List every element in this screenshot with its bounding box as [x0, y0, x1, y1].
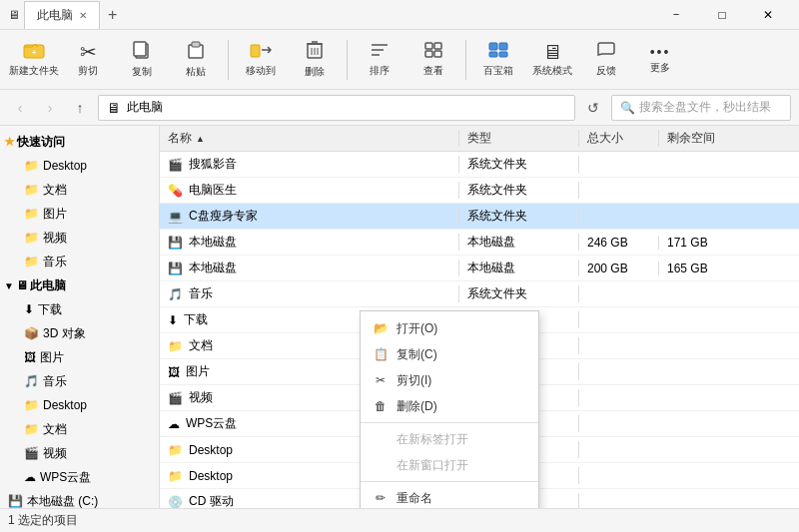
up-btn[interactable]: ↑: [68, 96, 92, 120]
sort-btn[interactable]: 排序: [354, 33, 405, 87]
file-icon: 🎬: [168, 391, 183, 405]
sidebar-item-label: Desktop: [43, 398, 87, 412]
status-text: 1 选定的项目: [8, 512, 78, 529]
system-mode-btn[interactable]: 🖥 系统模式: [526, 33, 578, 87]
sidebar-item-pictures2[interactable]: 🖼 图片: [16, 345, 159, 369]
cut-btn[interactable]: ✂ 剪切: [62, 33, 114, 87]
context-menu-delete[interactable]: 🗑 删除(D): [361, 393, 538, 419]
sidebar-item-music[interactable]: 📁 音乐: [16, 250, 159, 273]
col-name-header: 名称 ▲: [160, 130, 459, 147]
close-btn[interactable]: ✕: [745, 0, 791, 30]
refresh-btn[interactable]: ↺: [581, 96, 605, 120]
context-menu-copy[interactable]: 📋 复制(C): [361, 341, 538, 367]
table-row[interactable]: 💾本地磁盘 本地磁盘 200 GB 165 GB: [160, 256, 799, 281]
svg-text:+: +: [32, 48, 37, 57]
view-label: 查看: [423, 64, 443, 78]
sidebar-item-desktop2[interactable]: 📁 Desktop: [16, 393, 159, 417]
context-menu-open-new-tab[interactable]: 在新标签打开: [361, 426, 538, 452]
table-row[interactable]: 🎵音乐 系统文件夹: [160, 281, 799, 307]
delete-btn[interactable]: 删除: [289, 33, 341, 87]
delete-menu-icon: 🗑: [373, 399, 389, 413]
copy-btn[interactable]: 复制: [116, 33, 168, 87]
feedback-btn[interactable]: 反馈: [580, 33, 632, 87]
more-btn[interactable]: ••• 更多: [634, 33, 686, 87]
sidebar-item-wps[interactable]: ☁ WPS云盘: [16, 465, 159, 489]
tab-close[interactable]: ✕: [79, 10, 87, 21]
folder-icon: 📁: [24, 422, 39, 436]
folder-icon: 🎵: [24, 374, 39, 388]
sidebar-item-desktop[interactable]: 📁 Desktop: [16, 154, 159, 178]
cut-label: 剪切: [78, 64, 98, 78]
sidebar-item-3d-objects[interactable]: 📦 3D 对象: [16, 321, 159, 345]
minimize-btn[interactable]: －: [653, 0, 699, 30]
address-text: 此电脑: [127, 99, 163, 116]
address-input[interactable]: 🖥 此电脑: [98, 95, 575, 121]
folder-icon: 📁: [24, 159, 39, 173]
sidebar-item-downloads[interactable]: ⬇ 下载: [16, 297, 159, 321]
feedback-label: 反馈: [596, 64, 616, 78]
menu-item-label: 在新标签打开: [397, 431, 468, 448]
sidebar-item-label: 图片: [40, 349, 64, 366]
add-tab-btn[interactable]: +: [100, 6, 125, 24]
sidebar-item-drive-c[interactable]: 💾 本地磁盘 (C:): [0, 489, 159, 508]
folder-icon: 📁: [24, 183, 39, 197]
sidebar-item-label: 文档: [43, 421, 67, 438]
context-menu-rename[interactable]: ✏ 重命名: [361, 485, 538, 508]
context-menu-open[interactable]: 📂 打开(O): [361, 315, 538, 341]
sidebar-item-videos[interactable]: 📁 视频: [16, 226, 159, 250]
context-menu-open-new-window[interactable]: 在新窗口打开: [361, 452, 538, 478]
new-folder-label: 新建文件夹: [9, 64, 59, 78]
sidebar-item-label: Desktop: [43, 159, 87, 173]
title-bar-tabs: 此电脑 ✕ +: [24, 1, 125, 29]
sidebar-item-documents2[interactable]: 📁 文档: [16, 417, 159, 441]
system-mode-label: 系统模式: [532, 64, 572, 78]
svg-rect-17: [434, 43, 441, 49]
toolbar-sep-1: [228, 40, 229, 80]
move-to-btn[interactable]: 移动到: [235, 33, 287, 87]
sidebar-item-videos2[interactable]: 🎬 视频: [16, 441, 159, 465]
quick-access-header[interactable]: ★ 快速访问: [0, 130, 159, 154]
table-row[interactable]: 💻C盘瘦身专家 系统文件夹: [160, 204, 799, 230]
this-pc-header[interactable]: ▼ 🖥 此电脑: [0, 273, 159, 297]
more-label: 更多: [650, 61, 670, 75]
file-icon: 🎬: [168, 158, 183, 172]
star-icon: ★: [4, 135, 15, 149]
sidebar-item-music2[interactable]: 🎵 音乐: [16, 369, 159, 393]
col-size-header: 总大小: [579, 130, 659, 147]
col-free-label: 剩余空间: [667, 131, 715, 145]
file-icon: ⬇: [168, 313, 178, 327]
rename-icon: ✏: [373, 491, 389, 505]
svg-rect-20: [489, 43, 497, 50]
view-btn[interactable]: 查看: [407, 33, 459, 87]
table-row[interactable]: 💾本地磁盘 本地磁盘 246 GB 171 GB: [160, 230, 799, 256]
expand-arrow-icon: ▼: [4, 280, 14, 291]
sidebar-item-label: 文档: [43, 182, 67, 199]
tab-this-pc[interactable]: 此电脑 ✕: [24, 1, 100, 29]
view-icon: [423, 41, 443, 62]
paste-btn[interactable]: 粘贴: [170, 33, 222, 87]
sidebar-item-documents[interactable]: 📁 文档: [16, 178, 159, 202]
baidu-box-label: 百宝箱: [483, 64, 513, 78]
context-menu-cut[interactable]: ✂ 剪切(I): [361, 367, 538, 393]
main-content: ★ 快速访问 📁 Desktop 📁 文档 📁 图片 📁 视频 📁 音乐: [0, 126, 799, 508]
svg-rect-16: [425, 43, 432, 49]
baidu-box-icon: [487, 41, 509, 62]
forward-btn[interactable]: ›: [38, 96, 62, 120]
delete-label: 删除: [305, 65, 325, 79]
sidebar-item-pictures[interactable]: 📁 图片: [16, 202, 159, 226]
paste-label: 粘贴: [186, 65, 206, 79]
title-bar-icon: 🖥: [8, 8, 20, 22]
feedback-icon: [596, 41, 616, 62]
search-box[interactable]: 🔍 搜索全盘文件，秒出结果: [611, 95, 791, 121]
sidebar: ★ 快速访问 📁 Desktop 📁 文档 📁 图片 📁 视频 📁 音乐: [0, 126, 160, 508]
context-menu: 📂 打开(O) 📋 复制(C) ✂ 剪切(I) 🗑 删除(D) 在新标签打开: [360, 310, 539, 508]
maximize-btn[interactable]: □: [699, 0, 745, 30]
new-folder-btn[interactable]: + 新建文件夹: [8, 33, 60, 87]
back-btn[interactable]: ‹: [8, 96, 32, 120]
table-row[interactable]: 🎬搜狐影音 系统文件夹: [160, 152, 799, 178]
baidu-box-btn[interactable]: 百宝箱: [472, 33, 524, 87]
svg-rect-23: [499, 52, 507, 57]
title-bar: 🖥 此电脑 ✕ + － □ ✕: [0, 0, 799, 30]
table-row[interactable]: 💊电脑医生 系统文件夹: [160, 178, 799, 204]
cut-menu-icon: ✂: [373, 373, 389, 387]
